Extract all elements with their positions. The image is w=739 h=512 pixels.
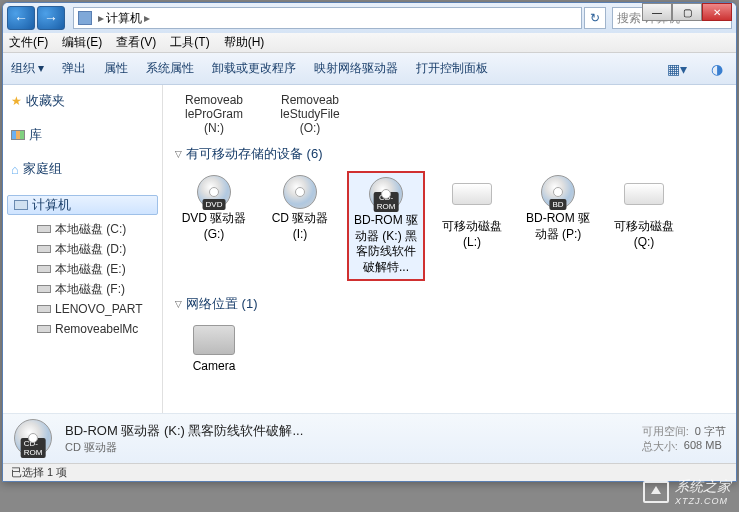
- tb-sysprops[interactable]: 系统属性: [146, 60, 194, 77]
- drive-label: DVD 驱动器 (G:): [177, 211, 251, 242]
- breadcrumb-sep: ▸: [98, 11, 104, 25]
- libraries-icon: [11, 130, 25, 140]
- details-icon: CD-ROM: [13, 419, 53, 459]
- sidebar-drive-c[interactable]: 本地磁盘 (C:): [3, 219, 162, 239]
- breadcrumb-segment[interactable]: 计算机: [106, 10, 142, 27]
- tb-controlpanel[interactable]: 打开控制面板: [416, 60, 488, 77]
- toolbar: 组织 ▾ 弹出 属性 系统属性 卸载或更改程序 映射网络驱动器 打开控制面板 ▦…: [3, 53, 736, 85]
- details-props: 可用空间:0 字节 总大小:608 MB: [642, 424, 726, 454]
- navigation-pane: ★收藏夹 库 ⌂家庭组 计算机 本地磁盘 (C:) 本地磁盘 (D:) 本地磁盘…: [3, 85, 163, 413]
- removable-disk-icon: [620, 183, 668, 215]
- sidebar-favorites[interactable]: ★收藏夹: [3, 91, 162, 111]
- menu-help[interactable]: 帮助(H): [224, 34, 265, 51]
- section-network-title[interactable]: 网络位置 (1): [175, 295, 724, 313]
- drive-label: 可移动磁盘 (L:): [435, 219, 509, 250]
- drive-item[interactable]: 可移动磁盘 (Q:): [605, 171, 683, 281]
- tb-uninstall[interactable]: 卸载或更改程序: [212, 60, 296, 77]
- drive-label: BD-ROM 驱动器 (K:) 黑客防线软件破解特...: [351, 213, 421, 275]
- details-text: BD-ROM 驱动器 (K:) 黑客防线软件破解... CD 驱动器: [65, 422, 630, 455]
- drive-item[interactable]: CD 驱动器 (I:): [261, 171, 339, 281]
- sidebar-drive-removable[interactable]: RemoveabelMc: [3, 319, 162, 339]
- drive-item[interactable]: 可移动磁盘 (L:): [433, 171, 511, 281]
- titlebar: ← → ▸ 计算机 ▸ ↻ 搜索 计算机: [3, 3, 736, 33]
- watermark-logo-icon: [643, 481, 669, 503]
- refresh-button[interactable]: ↻: [584, 7, 606, 29]
- drive-label: CD 驱动器 (I:): [263, 211, 337, 242]
- explorer-window: — ▢ ✕ ← → ▸ 计算机 ▸ ↻ 搜索 计算机 文件(F) 编辑(E) 查…: [2, 2, 737, 482]
- content-pane: Removeab leProGram (N:) Removeab leStudy…: [163, 85, 736, 413]
- tb-eject[interactable]: 弹出: [62, 60, 86, 77]
- sidebar-libraries[interactable]: 库: [3, 125, 162, 145]
- sidebar-drive-f[interactable]: 本地磁盘 (F:): [3, 279, 162, 299]
- network-grid: Camera: [175, 321, 724, 379]
- network-item-camera[interactable]: Camera: [175, 321, 253, 379]
- drive-item[interactable]: CD-ROMBD-ROM 驱动器 (K:) 黑客防线软件破解特...: [347, 171, 425, 281]
- details-subtitle: CD 驱动器: [65, 440, 630, 455]
- computer-icon: [14, 200, 28, 210]
- disc-badge: BD: [549, 199, 566, 210]
- drive-icon: [37, 265, 51, 273]
- minimize-button[interactable]: —: [642, 3, 672, 21]
- folder-item[interactable]: Removeab leProGram (N:): [175, 93, 253, 135]
- menu-view[interactable]: 查看(V): [116, 34, 156, 51]
- window-controls: — ▢ ✕: [642, 3, 732, 21]
- details-pane: CD-ROM BD-ROM 驱动器 (K:) 黑客防线软件破解... CD 驱动…: [3, 413, 736, 463]
- sidebar-computer[interactable]: 计算机: [7, 195, 158, 215]
- menu-file[interactable]: 文件(F): [9, 34, 48, 51]
- sidebar-homegroup[interactable]: ⌂家庭组: [3, 159, 162, 179]
- drive-icon: [37, 325, 51, 333]
- close-button[interactable]: ✕: [702, 3, 732, 21]
- menu-edit[interactable]: 编辑(E): [62, 34, 102, 51]
- star-icon: ★: [11, 94, 22, 108]
- tb-properties[interactable]: 属性: [104, 60, 128, 77]
- help-icon[interactable]: ◑: [706, 58, 728, 80]
- disc-badge: CD-ROM: [374, 192, 399, 212]
- folder-item[interactable]: Removeab leStudyFile (O:): [271, 93, 349, 135]
- drive-icon: [37, 245, 51, 253]
- disc-icon: BD: [534, 175, 582, 207]
- back-button[interactable]: ←: [7, 6, 35, 30]
- disc-icon: DVD: [190, 175, 238, 207]
- menubar: 文件(F) 编辑(E) 查看(V) 工具(T) 帮助(H): [3, 33, 736, 53]
- sidebar-drive-lenovo[interactable]: LENOVO_PART: [3, 299, 162, 319]
- drive-label: 可移动磁盘 (Q:): [607, 219, 681, 250]
- watermark: 系统之家 XTZJ.COM: [643, 478, 731, 506]
- tb-organize[interactable]: 组织 ▾: [11, 60, 44, 77]
- drive-label: BD-ROM 驱动器 (P:): [521, 211, 595, 242]
- drive-item[interactable]: DVDDVD 驱动器 (G:): [175, 171, 253, 281]
- status-bar: 已选择 1 项: [3, 463, 736, 481]
- homegroup-icon: ⌂: [11, 162, 19, 177]
- forward-button[interactable]: →: [37, 6, 65, 30]
- drive-item[interactable]: BDBD-ROM 驱动器 (P:): [519, 171, 597, 281]
- drive-icon: [37, 305, 51, 313]
- drive-icon: [37, 285, 51, 293]
- maximize-button[interactable]: ▢: [672, 3, 702, 21]
- nav-buttons: ← →: [7, 6, 65, 30]
- removable-disk-icon: [448, 183, 496, 215]
- disc-icon: [276, 175, 324, 207]
- view-options-icon[interactable]: ▦▾: [666, 58, 688, 80]
- camera-icon: [193, 325, 235, 355]
- address-bar[interactable]: ▸ 计算机 ▸: [73, 7, 582, 29]
- sidebar-drive-d[interactable]: 本地磁盘 (D:): [3, 239, 162, 259]
- breadcrumb-sep: ▸: [144, 11, 150, 25]
- drive-grid: DVDDVD 驱动器 (G:)CD 驱动器 (I:)CD-ROMBD-ROM 驱…: [175, 171, 724, 281]
- details-title: BD-ROM 驱动器 (K:) 黑客防线软件破解...: [65, 422, 630, 440]
- drive-icon: [37, 225, 51, 233]
- disc-badge: DVD: [203, 199, 226, 210]
- top-folder-row: Removeab leProGram (N:) Removeab leStudy…: [175, 93, 724, 135]
- disc-icon: CD-ROM: [362, 177, 410, 209]
- tb-mapdrive[interactable]: 映射网络驱动器: [314, 60, 398, 77]
- menu-tools[interactable]: 工具(T): [170, 34, 209, 51]
- body: ★收藏夹 库 ⌂家庭组 计算机 本地磁盘 (C:) 本地磁盘 (D:) 本地磁盘…: [3, 85, 736, 413]
- cdrom-badge: CD-ROM: [21, 438, 46, 458]
- sidebar-drive-e[interactable]: 本地磁盘 (E:): [3, 259, 162, 279]
- computer-icon: [78, 11, 92, 25]
- section-removable-title[interactable]: 有可移动存储的设备 (6): [175, 145, 724, 163]
